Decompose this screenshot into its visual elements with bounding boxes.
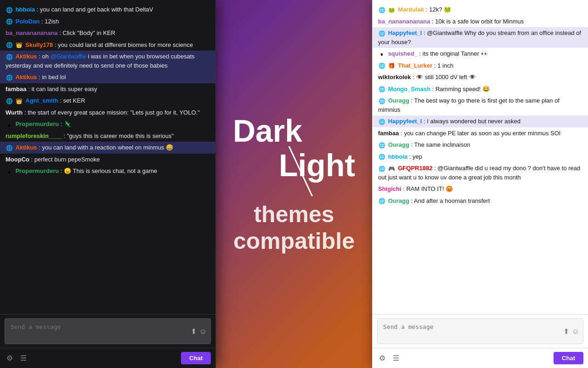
username[interactable]: Agnt_smith bbox=[25, 97, 58, 104]
light-label: Light bbox=[233, 148, 355, 183]
badge-icon: 🌐 bbox=[378, 6, 385, 14]
right-chat-panel: 🌐 🐸 Mardulak : 12k? 🐸 ba_nananananana : … bbox=[372, 0, 588, 368]
username[interactable]: GFQPR1882 bbox=[398, 165, 432, 172]
send-icon[interactable]: ⬆ bbox=[191, 327, 197, 336]
left-messages-area: 🌐 hbboia : you can land and get back wit… bbox=[0, 0, 215, 314]
list-item: Wurth : the start of every great space m… bbox=[0, 107, 215, 119]
username[interactable]: Ouragg bbox=[388, 197, 409, 204]
username[interactable]: ba_nananananana bbox=[378, 18, 430, 25]
left-input-area: ⬆ ☺ bbox=[0, 314, 215, 348]
username[interactable]: Aktikus bbox=[16, 74, 37, 80]
message-content: : 12k? 🐸 bbox=[426, 6, 451, 13]
username[interactable]: hbboia bbox=[16, 6, 35, 13]
badge-icon: 🌐 bbox=[6, 74, 13, 81]
username[interactable]: hbboia bbox=[388, 153, 408, 160]
username[interactable]: Ouragg bbox=[388, 97, 409, 104]
right-input-area: ⬆ ☺ bbox=[373, 314, 588, 348]
username[interactable]: Ouragg bbox=[388, 141, 409, 148]
username[interactable]: squished_ bbox=[388, 50, 418, 57]
username[interactable]: Shigichi bbox=[378, 185, 401, 192]
username[interactable]: fambaa bbox=[6, 86, 27, 92]
left-input-wrapper: ⬆ ☺ bbox=[5, 318, 211, 344]
badge-icon: 🌐 bbox=[378, 118, 385, 126]
settings-icon[interactable]: ⚙ bbox=[5, 352, 15, 364]
username[interactable]: fambaa bbox=[378, 130, 399, 137]
list-icon[interactable]: ☰ bbox=[391, 352, 401, 364]
badge-icon: ▲ bbox=[6, 168, 13, 175]
list-item: 🌐 Aktikus : oh @Giantwaffle i was in bet… bbox=[0, 51, 215, 71]
message-content: : it can land its super easy bbox=[28, 86, 97, 92]
left-chat-button[interactable]: Chat bbox=[181, 352, 211, 364]
list-item: 🌐 🐸 Mardulak : 12k? 🐸 bbox=[373, 4, 588, 16]
right-message-input[interactable] bbox=[378, 319, 583, 342]
username[interactable]: PoloDan bbox=[16, 18, 40, 25]
username[interactable]: Happyfeet_I bbox=[388, 118, 422, 125]
list-item: 🌐 👑 Agnt_smith : set KER bbox=[0, 95, 215, 107]
message-content: : The same inclinaison bbox=[411, 141, 470, 148]
username[interactable]: Mongo_Smash bbox=[388, 86, 430, 92]
message-content: : the start of every great space mission… bbox=[24, 109, 200, 116]
list-item: 🌐 Aktikus : you can land with a reaction… bbox=[0, 142, 215, 154]
emoji-icon[interactable]: ☺ bbox=[572, 327, 579, 335]
badge-icon: 🌐 bbox=[378, 86, 385, 93]
badge-icon: 🌐 bbox=[378, 98, 385, 105]
right-input-icons: ⬆ ☺ bbox=[563, 327, 579, 336]
message-content: : 🦎 bbox=[61, 121, 71, 127]
username[interactable]: Aktikus bbox=[16, 53, 37, 60]
badge-icon: 🌐 bbox=[378, 197, 385, 205]
list-item: 🌐 Aktikus : in bed lol bbox=[0, 71, 215, 83]
list-item: 🌐 Ouragg : The same inclinaison bbox=[373, 139, 588, 151]
badge-icon: 🌐 bbox=[6, 53, 13, 61]
left-message-input[interactable] bbox=[5, 319, 210, 342]
username[interactable]: That_Lurker bbox=[398, 62, 432, 69]
left-chat-panel: 🌐 hbboia : you can land and get back wit… bbox=[0, 0, 216, 368]
list-item: 🌐 🎮 GFQPR1882 : @Giantwaffle did u read … bbox=[373, 162, 588, 183]
list-item: fambaa : you can change PE later as soon… bbox=[373, 127, 588, 139]
message-content: : 10k is a safe low orbit for Minmus bbox=[432, 18, 524, 25]
dark-label: Dark bbox=[233, 114, 355, 148]
list-item: ▲ Propermurderu : 😠 This is serious chat… bbox=[0, 165, 215, 177]
username[interactable]: Wurth bbox=[6, 109, 23, 116]
badge-icon: 🌐 bbox=[6, 6, 13, 14]
badge-icon: 👑 bbox=[16, 98, 23, 105]
message-content: : you can change PE later as soon as you… bbox=[401, 130, 560, 137]
username[interactable]: MoopCo bbox=[6, 156, 29, 163]
username[interactable]: Propermurderu bbox=[16, 121, 59, 127]
message-content: : RAM INTO IT! 😡 bbox=[403, 185, 453, 192]
username[interactable]: Skully178 bbox=[25, 41, 53, 48]
message-content: : 👁️ still 1000 dV left 👁️ bbox=[413, 74, 476, 80]
list-icon[interactable]: ☰ bbox=[18, 352, 28, 364]
list-item: 🌐 Ouragg : And after a hooman transfert bbox=[373, 195, 588, 207]
right-input-wrapper: ⬆ ☺ bbox=[377, 318, 583, 344]
message-content: : you can land with a reaction wheel on … bbox=[39, 144, 173, 151]
username[interactable]: ba_nananananana bbox=[6, 29, 57, 36]
username[interactable]: Propermurderu bbox=[16, 167, 59, 174]
list-item: 🌐 PoloDan : 12ish bbox=[0, 16, 215, 28]
list-item: ♦ squished_ : its the original Tanner 👀 bbox=[373, 48, 588, 60]
username[interactable]: Happyfeet_I bbox=[388, 29, 422, 36]
badge-icon: 🌐 bbox=[378, 153, 385, 161]
message-content: : "guys this is career mode this is seri… bbox=[63, 132, 174, 139]
message-content: : And after a hooman transfert bbox=[411, 197, 490, 204]
send-icon[interactable]: ⬆ bbox=[563, 327, 569, 336]
badge-icon: 🌐 bbox=[6, 41, 13, 49]
message-content: : in bed lol bbox=[39, 74, 66, 80]
list-item: fambaa : it can land its super easy bbox=[0, 83, 215, 95]
badge-icon: 🎮 bbox=[388, 165, 396, 172]
badge-icon: 🎁 bbox=[388, 62, 396, 69]
settings-icon[interactable]: ⚙ bbox=[377, 352, 387, 364]
username[interactable]: rumpleforeskin____ bbox=[6, 132, 62, 139]
message-content: : set KER bbox=[60, 97, 85, 104]
username[interactable]: wiktorkolek bbox=[378, 74, 411, 80]
list-item: wiktorkolek : 👁️ still 1000 dV left 👁️ bbox=[373, 71, 588, 83]
username[interactable]: Aktikus bbox=[16, 144, 37, 151]
center-content: Dark Light themes compatible bbox=[233, 114, 355, 254]
emoji-icon[interactable]: ☺ bbox=[199, 327, 207, 335]
message-content: : 1 inch bbox=[434, 62, 453, 69]
message-content: : yep bbox=[409, 153, 422, 160]
themes-label: themes compatible bbox=[233, 201, 355, 254]
username[interactable]: Mardulak bbox=[398, 6, 424, 13]
message-content: : Click "Body" in KER bbox=[59, 29, 115, 36]
right-chat-button[interactable]: Chat bbox=[554, 352, 583, 364]
message-content: : its the original Tanner 👀 bbox=[419, 50, 488, 57]
